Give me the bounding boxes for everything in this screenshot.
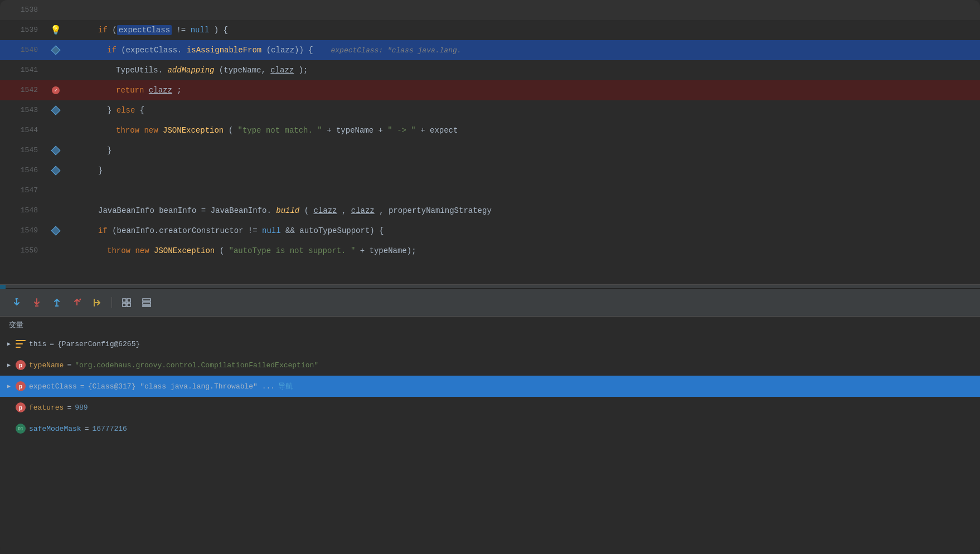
gutter-1540[interactable] <box>45 40 67 60</box>
step-into-button[interactable] <box>29 295 45 310</box>
code-content-1546: } <box>67 161 980 181</box>
code-line-1538: 1538 <box>0 0 980 20</box>
var-value-this: {ParserConfig@6265} <box>57 340 140 348</box>
variables-panel: 变量 ▶ this = {ParserConfig@6265} ▶ p type… <box>0 317 980 554</box>
code-content-1547 <box>67 181 980 201</box>
bulb-icon: 💡 <box>50 25 61 36</box>
breakpoint-diamond-1540 <box>51 46 61 55</box>
code-content-1548: JavaBeanInfo beanInfo = JavaBeanInfo. bu… <box>67 201 980 221</box>
svg-rect-5 <box>123 303 126 307</box>
expand-arrow-typeName[interactable]: ▶ <box>4 361 13 370</box>
line-number-1539: 1539 <box>0 20 45 40</box>
code-lines: 1538 1539 💡 if (expectClass != null ) { <box>0 0 980 261</box>
gutter-1549 <box>45 221 67 241</box>
var-name-this: this <box>29 340 46 348</box>
line-number-1543: 1543 <box>0 100 45 120</box>
grid-view-icon <box>121 297 132 308</box>
var-equals-this: = <box>50 340 54 348</box>
run-to-cursor-icon <box>91 297 103 308</box>
code-line-1543: 1543 } else { <box>0 100 980 120</box>
code-content-1539: if (expectClass != null ) { <box>67 20 980 40</box>
code-line-1547: 1547 <box>0 181 980 201</box>
var-icon-features: p <box>16 402 26 412</box>
force-step-button[interactable] <box>69 295 85 310</box>
var-equals-safeModeMask: = <box>85 425 89 433</box>
var-value-features: 989 <box>75 404 88 412</box>
line-number-1546: 1546 <box>0 161 45 181</box>
var-name-safeModeMask: safeModeMask <box>29 425 81 433</box>
breakpoint-red-1542 <box>52 86 60 94</box>
highlight-expectClass: expectClass <box>117 25 172 35</box>
code-content-1538 <box>67 0 980 20</box>
nav-link-expectClass[interactable]: 导航 <box>278 381 293 391</box>
line-number-1538: 1538 <box>0 0 45 20</box>
grid-view-button[interactable] <box>119 295 134 310</box>
var-item-safeModeMask[interactable]: ▶ 01 safeModeMask = 16777216 <box>0 418 980 439</box>
var-equals-typeName: = <box>67 361 71 370</box>
code-line-1550: 1550 throw new JSONException ( "autoType… <box>0 241 980 261</box>
gutter-1544 <box>45 120 67 140</box>
run-to-cursor-button[interactable] <box>89 295 105 310</box>
code-line-1539: 1539 💡 if (expectClass != null ) { <box>0 20 980 40</box>
line-number-1548: 1548 <box>0 201 45 221</box>
code-line-1541: 1541 TypeUtils. addMapping (typeName, cl… <box>0 60 980 80</box>
fn-JSONException-1544: JSONException <box>163 126 224 135</box>
gutter-1550 <box>45 241 67 261</box>
svg-rect-6 <box>127 303 130 307</box>
var-icon-expectClass: p <box>16 381 26 391</box>
var-value-expectClass: {Class@317} "class java.lang.Throwable" … <box>88 382 275 391</box>
gutter-1542[interactable] <box>45 80 67 100</box>
var-equals-expectClass: = <box>80 382 85 391</box>
line-number-1545: 1545 <box>0 140 45 161</box>
gutter-1545 <box>45 140 67 161</box>
breakpoint-diamond-1549 <box>51 226 61 236</box>
var-item-features[interactable]: ▶ p features = 989 <box>0 397 980 418</box>
fn-JSONException-1550: JSONException <box>154 246 215 255</box>
line-number-1540: 1540 <box>0 40 45 60</box>
code-editor: 1538 1539 💡 if (expectClass != null ) { <box>0 0 980 284</box>
keyword-if: if <box>98 26 108 35</box>
step-over-button[interactable] <box>9 295 25 310</box>
expand-arrow-expectClass[interactable]: ▶ <box>4 382 13 391</box>
gutter-1546 <box>45 161 67 181</box>
panel-separator <box>0 284 980 289</box>
line-number-1549: 1549 <box>0 221 45 241</box>
variables-list: ▶ this = {ParserConfig@6265} ▶ p typeNam… <box>0 333 980 554</box>
variables-label: 变量 <box>9 320 23 329</box>
code-line-1548: 1548 JavaBeanInfo beanInfo = JavaBeanInf… <box>0 201 980 221</box>
step-out-button[interactable] <box>49 295 65 310</box>
scroll-indicator <box>0 285 6 289</box>
var-item-this[interactable]: ▶ this = {ParserConfig@6265} <box>0 333 980 354</box>
var-item-expectClass[interactable]: ▶ p expectClass = {Class@317} "class jav… <box>0 376 980 397</box>
var-name-features: features <box>29 404 64 412</box>
expand-arrow-this[interactable]: ▶ <box>4 339 13 348</box>
main-container: 1538 1539 💡 if (expectClass != null ) { <box>0 0 980 554</box>
gutter-1541 <box>45 60 67 80</box>
var-equals-features: = <box>67 404 71 412</box>
var-item-typeName[interactable]: ▶ p typeName = "org.codehaus.groovy.cont… <box>0 354 980 376</box>
toolbar-sep-1 <box>111 297 112 308</box>
step-over-icon <box>11 297 22 308</box>
code-line-1540: 1540 if (expectClass. isAssignableFrom (… <box>0 40 980 60</box>
svg-rect-4 <box>127 299 130 302</box>
line-number-1541: 1541 <box>0 60 45 80</box>
list-view-button[interactable] <box>139 295 154 310</box>
variables-header: 变量 <box>0 317 980 333</box>
code-line-1549: 1549 if (beanInfo.creatorConstructor != … <box>0 221 980 241</box>
force-step-icon <box>71 297 83 308</box>
code-content-1545: } <box>67 140 980 161</box>
breakpoint-diamond-1546 <box>51 166 61 176</box>
svg-rect-9 <box>143 305 151 307</box>
gutter-1538 <box>45 0 67 20</box>
svg-rect-7 <box>143 299 151 301</box>
debug-toolbar <box>0 289 980 317</box>
hint-expectClass: expectClass: "class java.lang. <box>318 46 461 55</box>
line-number-1544: 1544 <box>0 120 45 140</box>
gutter-1543 <box>45 100 67 120</box>
var-icon-typeName: p <box>16 360 26 370</box>
var-name-expectClass: expectClass <box>29 382 77 391</box>
gutter-1539[interactable]: 💡 <box>45 20 67 40</box>
step-into-icon <box>31 297 42 308</box>
code-line-1545: 1545 } <box>0 140 980 161</box>
code-content-1542: return clazz ; <box>67 80 980 100</box>
